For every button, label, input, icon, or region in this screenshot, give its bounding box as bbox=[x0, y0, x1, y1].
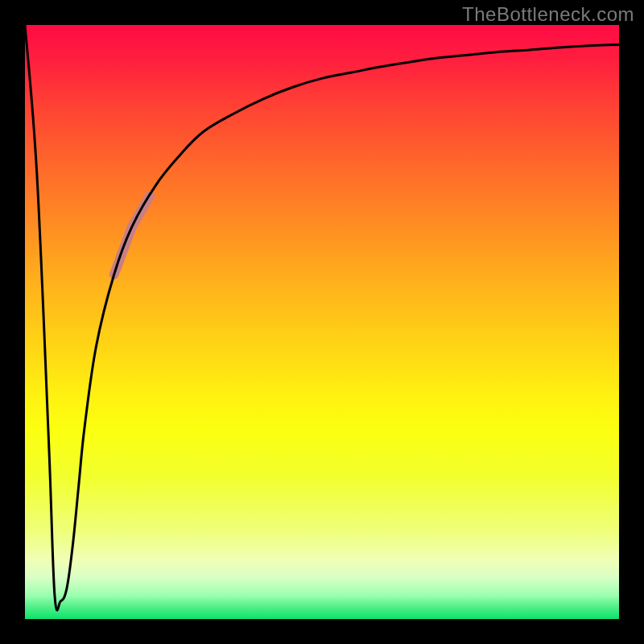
plot-area bbox=[25, 25, 619, 619]
watermark-text: TheBottleneck.com bbox=[462, 3, 634, 26]
chart-frame: TheBottleneck.com bbox=[0, 0, 644, 644]
bottleneck-curve-svg bbox=[25, 25, 619, 619]
bottleneck-curve bbox=[25, 25, 619, 610]
curve-highlight-segment bbox=[114, 196, 150, 275]
